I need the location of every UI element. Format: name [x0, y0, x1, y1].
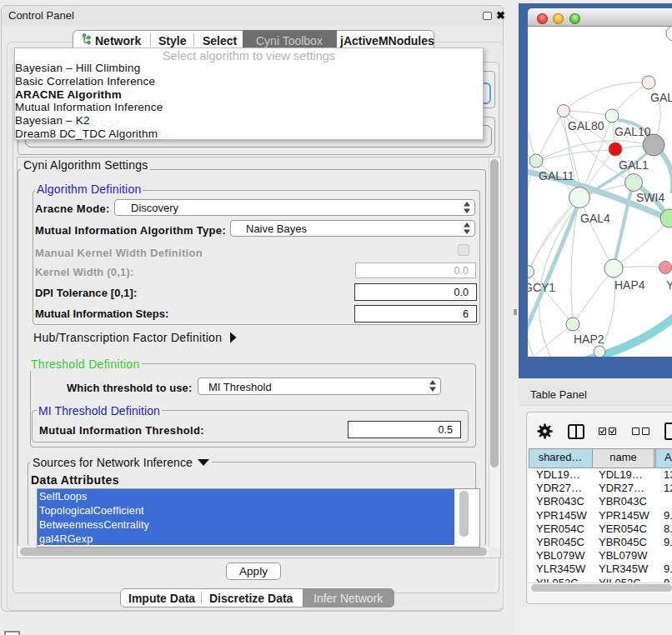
- svg-text:GAL: GAL: [650, 91, 672, 104]
- svg-text:SWI4: SWI4: [636, 191, 664, 204]
- svg-text:HAP2: HAP2: [574, 332, 604, 346]
- svg-text:Y: Y: [666, 278, 672, 292]
- svg-text:GAL10: GAL10: [614, 125, 651, 138]
- svg-text:GAL4: GAL4: [580, 212, 610, 225]
- svg-text:GAL80: GAL80: [568, 119, 604, 132]
- svg-text:HAP4: HAP4: [614, 278, 645, 292]
- svg-text:GCY1: GCY1: [528, 281, 555, 294]
- svg-text:GAL1: GAL1: [619, 158, 649, 172]
- svg-text:GAL11: GAL11: [539, 169, 574, 182]
